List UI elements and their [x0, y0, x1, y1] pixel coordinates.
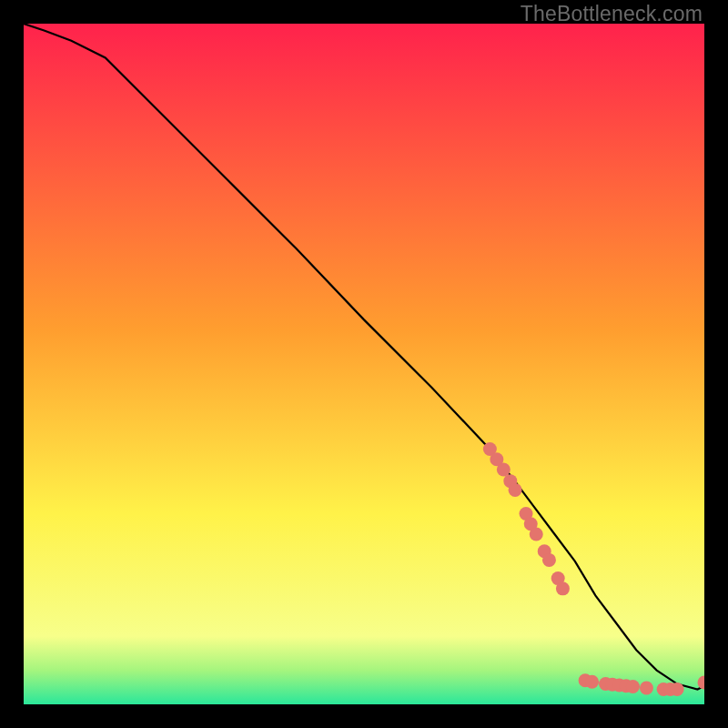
- sample-point: [530, 528, 543, 541]
- sample-point: [509, 483, 522, 497]
- sample-point: [497, 462, 511, 476]
- watermark-text: TheBottleneck.com: [521, 2, 703, 26]
- sample-point: [626, 680, 640, 693]
- chart-stage: TheBottleneck.com: [0, 0, 728, 728]
- chart-svg: [24, 24, 704, 704]
- sample-point: [640, 682, 653, 695]
- sample-point: [671, 682, 684, 696]
- sample-point: [556, 581, 570, 595]
- gradient-background: [24, 24, 704, 704]
- plot-area: [24, 24, 704, 704]
- sample-point: [542, 553, 556, 567]
- sample-point: [585, 675, 599, 689]
